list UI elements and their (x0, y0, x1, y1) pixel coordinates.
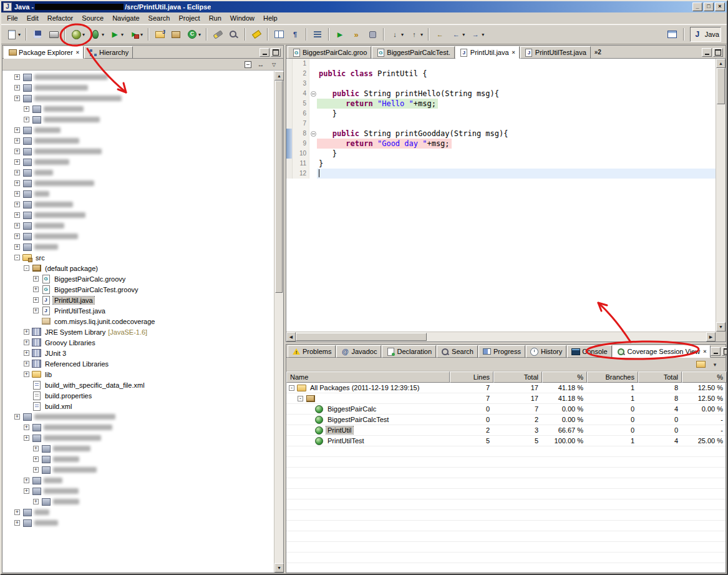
coverage-row-printutil[interactable]: PrintUtil2366.67 %00- (286, 425, 726, 436)
expander-plus-icon[interactable]: + (24, 350, 29, 356)
tree-item-redacted[interactable]: + (4, 82, 274, 93)
tab-overflow-indicator[interactable]: »2 (595, 49, 601, 56)
explorer-tab-hierarchy[interactable]: Hierarchy (84, 46, 133, 59)
menu-search[interactable]: Search (144, 13, 175, 23)
editor-horizontal-scrollbar[interactable] (286, 332, 716, 342)
bottom-tab-javadoc[interactable]: Javadoc (336, 345, 381, 358)
editor-code[interactable]: 12public class PrintUtil {34 public Stri… (286, 59, 716, 332)
dropdown-arrow-icon[interactable]: ▾ (401, 32, 404, 37)
expander-plus-icon[interactable]: + (14, 191, 20, 197)
expander-plus-icon[interactable]: + (14, 127, 20, 133)
expander-plus-icon[interactable]: + (24, 425, 29, 430)
editor-tab-biggestpaircalc-groo[interactable]: BiggestPairCalc.groo (288, 46, 371, 59)
stop-button[interactable] (365, 27, 380, 42)
tree-item-redacted[interactable]: + (4, 231, 274, 242)
dropdown-arrow-icon[interactable]: ▾ (102, 32, 104, 37)
tree-item-redacted[interactable]: + (4, 189, 274, 199)
expander-plus-icon[interactable]: + (24, 106, 29, 112)
expander-plus-icon[interactable]: + (33, 297, 39, 303)
expander-plus-icon[interactable]: + (33, 456, 39, 462)
maximize-editor-button[interactable] (713, 48, 723, 57)
save-button[interactable] (30, 27, 45, 42)
last-edit-location-button[interactable] (432, 27, 447, 42)
skip-breakpoints-button[interactable] (349, 27, 364, 42)
coverage-row-biggestpaircalctest[interactable]: BiggestPairCalcTest020.00 %00- (286, 415, 726, 425)
tree-item-redacted[interactable]: + (4, 475, 274, 486)
column-header-pct[interactable]: % (542, 371, 587, 383)
expander-plus-icon[interactable]: + (14, 96, 20, 101)
bottom-tab-search[interactable]: Search (437, 345, 478, 358)
expander-plus-icon[interactable]: + (14, 180, 20, 186)
expander-plus-icon[interactable]: + (33, 287, 39, 292)
tree-item-printutiltest-java[interactable]: +PrintUtilTest.java (4, 305, 274, 316)
minimize-button[interactable]: _ (692, 2, 702, 11)
scroll-down-icon[interactable] (716, 322, 726, 332)
maximize-button[interactable]: □ (704, 2, 714, 11)
bottom-tab-coverage-session-view[interactable]: Coverage Session View× (613, 345, 711, 358)
expander-plus-icon[interactable]: + (14, 149, 20, 154)
tree-item-redacted[interactable]: + (4, 220, 274, 231)
debug-launch-button[interactable]: ▾ (88, 27, 106, 42)
column-header-total[interactable]: Total (638, 371, 682, 383)
expander-plus-icon[interactable]: + (14, 244, 20, 250)
expander-plus-icon[interactable]: + (33, 499, 39, 504)
explorer-scrollbar[interactable] (274, 71, 283, 573)
close-icon[interactable]: × (512, 49, 515, 56)
collapse-fold-icon[interactable] (311, 131, 316, 137)
coverage-row-printutiltest[interactable]: PrintUtilTest55100.00 %1425.00 % (286, 436, 726, 446)
expander-plus-icon[interactable]: + (14, 74, 20, 80)
link-with-editor-button[interactable] (255, 59, 266, 69)
tree-item-redacted[interactable]: + (4, 72, 274, 82)
coverage-row-all-packages-2011-12-19-12-39-15[interactable]: -All Packages (2011-12-19 12:39:15)71741… (286, 383, 726, 393)
scroll-up-icon[interactable] (274, 71, 284, 81)
expander-plus-icon[interactable]: + (14, 520, 20, 526)
menu-help[interactable]: Help (259, 13, 282, 23)
tree-item-jre-system-library[interactable]: +JRE System Library[JavaSE-1.6] (4, 327, 274, 337)
tree-item-redacted[interactable]: + (4, 125, 274, 135)
bottom-tab-declaration[interactable]: Declaration (382, 345, 436, 358)
previous-annotation-button[interactable]: ▾ (407, 27, 425, 42)
collapse-all-button[interactable] (242, 59, 253, 69)
tree-item-referenced-libraries[interactable]: +Referenced Libraries (4, 358, 274, 369)
tree-item-printutil-java[interactable]: +PrintUtil.java (4, 295, 274, 305)
scroll-left-icon[interactable] (286, 332, 296, 342)
coverage-row-biggestpaircalc[interactable]: BiggestPairCalc070.00 %040.00 % (286, 404, 726, 415)
tree-item-redacted[interactable]: + (4, 496, 274, 507)
minimize-editor-button[interactable] (702, 48, 712, 57)
menu-run[interactable]: Run (205, 13, 226, 23)
menu-source[interactable]: Source (77, 13, 108, 23)
code-line-12[interactable]: 12 (286, 169, 716, 179)
search-button[interactable] (226, 27, 241, 42)
scroll-up-icon[interactable] (716, 59, 726, 68)
scrollbar-thumb[interactable] (717, 68, 725, 104)
expander-plus-icon[interactable]: + (33, 308, 39, 313)
code-line-8[interactable]: 8 public String printGoodday(String msg)… (286, 129, 716, 139)
new-java-project-button[interactable] (152, 27, 167, 42)
tree-item-default-package[interactable]: -(default package) (4, 263, 274, 273)
menu-window[interactable]: Window (226, 13, 259, 23)
tree-item-build-xml[interactable]: build.xml (4, 401, 274, 411)
menu-navigate[interactable]: Navigate (108, 13, 143, 23)
tree-item-build-with-specific-data-file-xml[interactable]: build_with_specific_data_file.xml (4, 380, 274, 390)
expander-plus-icon[interactable]: + (14, 509, 20, 515)
bottom-tab-progress[interactable]: Progress (478, 345, 525, 358)
dropdown-arrow-icon[interactable]: ▾ (420, 32, 423, 37)
title-bar[interactable]: Java - /src/PrintUtil.java - Eclipse _ □… (1, 1, 727, 12)
tree-item-com-misys-liq-junit-codecoverage[interactable]: com.misys.liq.junit.codecoverage (4, 316, 274, 327)
expander-plus-icon[interactable]: + (24, 371, 29, 377)
editor-tab-printutil-java[interactable]: PrintUtil.java× (455, 46, 520, 59)
expander-minus-icon[interactable]: - (24, 265, 29, 271)
code-line-9[interactable]: 9 return "Good day "+msg; (286, 139, 716, 149)
tree-item-redacted[interactable]: + (4, 464, 274, 475)
forward-button[interactable]: ▾ (468, 27, 486, 42)
menu-project[interactable]: Project (174, 13, 204, 23)
coverage-launch-button[interactable]: ▾ (69, 27, 87, 42)
column-header-name[interactable]: Name (286, 371, 450, 383)
expander-plus-icon[interactable]: + (14, 85, 20, 91)
tree-item-redacted[interactable]: + (4, 157, 274, 167)
tree-item-redacted[interactable]: + (4, 242, 274, 252)
expander-minus-icon[interactable]: - (298, 396, 303, 401)
minimize-view-button[interactable] (260, 48, 269, 57)
expander-plus-icon[interactable]: + (24, 361, 29, 366)
code-line-5[interactable]: 5 return "Hello "+msg; (286, 99, 716, 109)
